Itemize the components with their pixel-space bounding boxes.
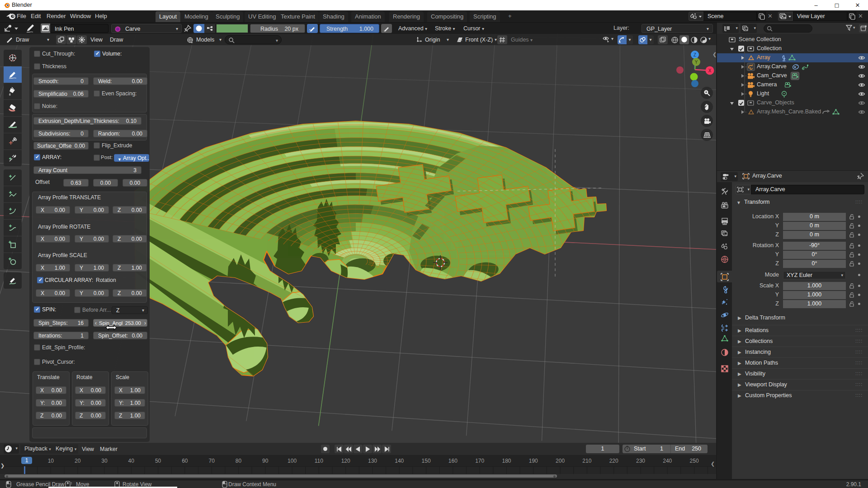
svg-text:X: X: [708, 68, 712, 73]
svg-text:Y: Y: [695, 60, 698, 65]
svg-text:Z: Z: [693, 52, 696, 57]
